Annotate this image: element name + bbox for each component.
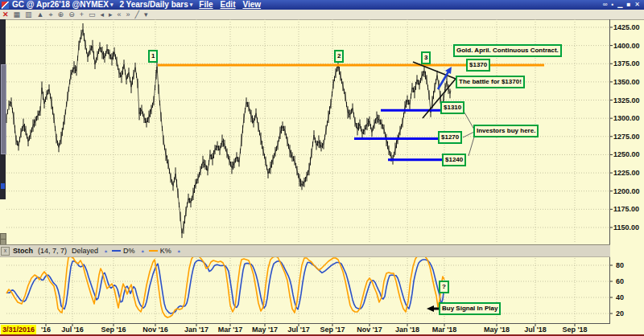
axis-separator-horizontal xyxy=(0,323,610,324)
date-axis-label: Jan '17 xyxy=(184,326,208,334)
stoch-panel-header: x Stoch (14, 7, 7) Delayed ✶ D% ✶ K% ✶ xyxy=(0,244,610,257)
price-axis-label: 1425.00 xyxy=(613,23,640,31)
k-percent-legend-label[interactable]: K% xyxy=(160,247,171,255)
date-axis-label: Nov '16 xyxy=(142,326,168,334)
stoch-label[interactable]: Stoch xyxy=(13,247,33,255)
annotation-contract-title[interactable]: Gold. April. Continuous Contract. xyxy=(453,44,562,57)
price-axis-label: 1300.00 xyxy=(613,114,640,122)
date-axis-label: May '18 xyxy=(484,326,510,334)
price-axis-label: 1250.00 xyxy=(613,150,640,158)
date-axis-label: Jul '16 xyxy=(61,326,84,334)
date-axis-label: Mar '17 xyxy=(218,326,243,334)
annotation-investors-note[interactable]: Investors buy here. xyxy=(473,125,539,137)
annotation-connector-line xyxy=(469,134,475,156)
price-axis-label: 1350.00 xyxy=(613,78,640,86)
date-axis-label: Jul '17 xyxy=(287,326,310,334)
app-window: GC @ Apr26'18 @NYMEX ▾ 2 Years/Daily bar… xyxy=(0,0,644,336)
date-axis-label: Sep '18 xyxy=(562,326,587,334)
d-percent-legend-label[interactable]: D% xyxy=(123,247,135,255)
axis-separator-vertical xyxy=(609,19,610,323)
highlighted-start-date: 3/31/2016 xyxy=(1,325,36,334)
stoch-axis-label: 80 xyxy=(616,261,624,269)
date-axis-label: Jul '18 xyxy=(524,326,547,334)
stoch-axis-label: 40 xyxy=(616,293,624,301)
annotation-marker-2[interactable]: 2 xyxy=(334,50,344,63)
annotation-level-1240[interactable]: $1240 xyxy=(442,154,466,166)
price-axis-label: 1325.00 xyxy=(613,96,640,104)
annotation-marker-3[interactable]: 3 xyxy=(421,51,431,64)
date-axis-label: '16 xyxy=(41,326,51,334)
price-axis-label: 1400.00 xyxy=(613,42,640,50)
stoch-axis-label: 60 xyxy=(616,277,624,285)
price-axis-label: 1150.00 xyxy=(613,223,639,232)
price-axis-label: 1175.00 xyxy=(613,205,639,213)
annotation-level-1270[interactable]: $1270 xyxy=(438,131,462,144)
date-axis-label: Mar '18 xyxy=(432,326,457,334)
date-axis-label: Sep '17 xyxy=(320,326,345,334)
annotation-level-1310[interactable]: $1310 xyxy=(440,101,464,114)
price-axis-label: 1275.00 xyxy=(613,133,640,141)
info-icon[interactable]: ✶ xyxy=(104,248,108,254)
d-percent-legend-dash xyxy=(112,250,121,252)
price-axis-label: 1225.00 xyxy=(613,169,640,177)
price-bars xyxy=(6,23,450,238)
annotation-battle-note[interactable]: The battle for $1370! xyxy=(456,76,525,88)
date-axis-label: Jan '18 xyxy=(395,326,419,334)
date-axis-label: May '17 xyxy=(252,326,278,334)
price-axis-label: 1200.00 xyxy=(613,187,640,195)
stoch-close-button[interactable]: x xyxy=(1,247,10,256)
annotation-buy-signal[interactable]: Buy Signal In Play xyxy=(439,302,501,315)
k-percent-legend-dash xyxy=(149,250,158,252)
date-axis-label: Nov '17 xyxy=(357,326,382,334)
stoch-mode: Delayed xyxy=(72,247,98,255)
annotation-marker-1[interactable]: 1 xyxy=(148,50,158,63)
buy-signal-arrowhead xyxy=(427,305,434,312)
info-icon[interactable]: ✶ xyxy=(141,248,145,254)
date-axis-label: Sep '16 xyxy=(101,326,126,334)
price-axis-label: 1375.00 xyxy=(613,59,640,68)
stoch-params[interactable]: (14, 7, 7) xyxy=(38,247,67,255)
annotation-level-1370[interactable]: $1370 xyxy=(466,59,490,72)
info-icon[interactable]: ✶ xyxy=(177,248,181,254)
annotation-question-mark[interactable]: ? xyxy=(439,281,449,293)
stoch-axis-label: 20 xyxy=(616,309,624,318)
